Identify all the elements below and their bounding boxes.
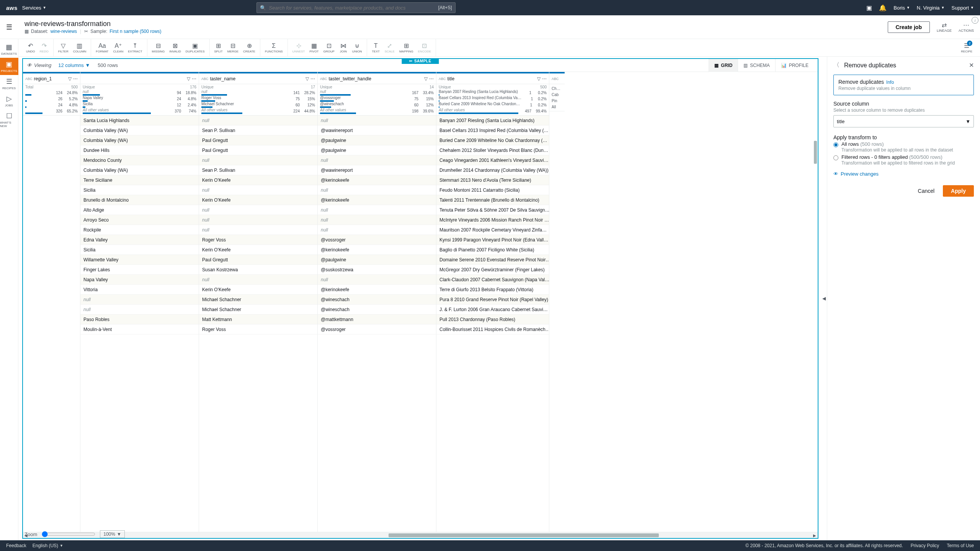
search-input[interactable] (269, 5, 438, 11)
topnav: aws Services▼ 🔍 [Alt+S] ▣ 🔔 Boris▼ N. Vi… (0, 0, 980, 15)
sample-link[interactable]: First n sample (500 rows) (109, 29, 161, 34)
sidebar-toggle-wrap: ☰ (0, 15, 18, 39)
dataset-label: Dataset: (31, 29, 48, 34)
support-menu[interactable]: Support▼ (952, 5, 974, 11)
services-menu[interactable]: Services▼ (22, 5, 46, 11)
region-menu[interactable]: N. Virginia▼ (917, 5, 945, 11)
global-search[interactable]: 🔍 [Alt+S] (256, 2, 456, 13)
cloudshell-icon[interactable]: ▣ (866, 4, 872, 11)
search-shortcut: [Alt+S] (438, 5, 452, 10)
dataset-link[interactable]: wine-reviews (51, 29, 77, 34)
info-icon[interactable]: i (972, 17, 978, 24)
search-icon: 🔍 (260, 5, 266, 11)
sample-icon: ✂ (84, 29, 88, 34)
aws-logo[interactable]: aws (6, 5, 18, 11)
create-job-button[interactable]: Create job (888, 21, 930, 33)
dataset-icon: ▦ (24, 29, 29, 34)
page-title: wine-reviews-transformation (24, 20, 162, 28)
notifications-icon[interactable]: 🔔 (879, 4, 887, 11)
page-header: wine-reviews-transformation ▦ Dataset: w… (0, 15, 980, 39)
menu-icon[interactable]: ☰ (6, 23, 12, 31)
actions-button[interactable]: ⋯ACTIONS (959, 21, 974, 33)
lineage-button[interactable]: ⇄LINEAGE (937, 21, 952, 33)
user-menu[interactable]: Boris▼ (893, 5, 910, 11)
sample-label: Sample: (90, 29, 107, 34)
